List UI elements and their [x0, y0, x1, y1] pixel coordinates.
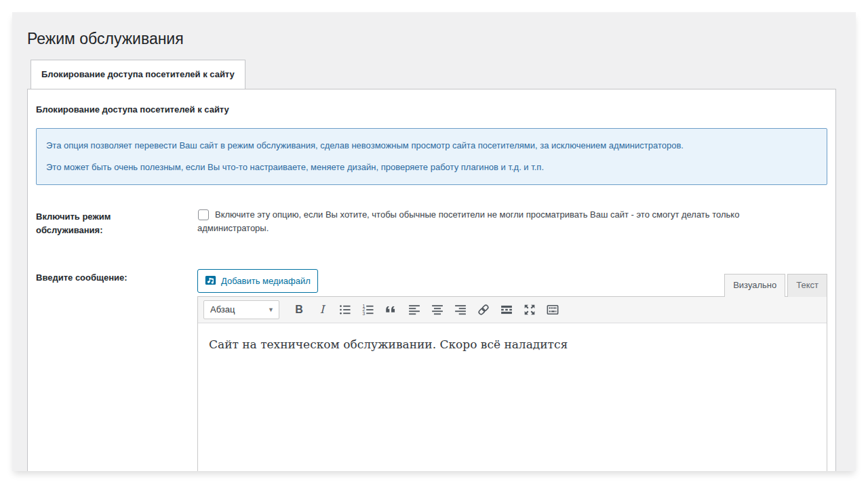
align-left-icon — [408, 304, 420, 316]
tab-block-access[interactable]: Блокирование доступа посетителей к сайту — [31, 60, 245, 89]
editor-content[interactable]: Сайт на техническом обслуживании. Скоро … — [198, 323, 827, 471]
enable-maintenance-row: Включить режим обслуживания: Включите эт… — [36, 208, 827, 237]
enable-maintenance-option[interactable]: Включите эту опцию, если Вы хотите, чтоб… — [197, 208, 782, 235]
align-left-button[interactable] — [404, 300, 425, 319]
align-right-icon — [454, 304, 467, 316]
chevron-down-icon: ▼ — [268, 306, 274, 313]
blockquote-button[interactable] — [381, 300, 401, 319]
enable-maintenance-label: Включить режим обслуживания: — [36, 208, 197, 237]
bold-button[interactable]: B — [289, 300, 309, 319]
plugin-tabs-bar: Блокирование доступа посетителей к сайту — [31, 60, 856, 89]
fullscreen-icon — [524, 304, 536, 316]
editor-top-bar: Добавить медиафайл Визуально Текст — [197, 269, 827, 296]
blockquote-icon — [385, 304, 397, 316]
toolbar-toggle-icon — [547, 304, 559, 316]
toolbar-toggle-button[interactable] — [542, 300, 563, 319]
bulleted-list-button[interactable] — [335, 300, 355, 319]
svg-text:3: 3 — [362, 311, 365, 316]
settings-panel: Блокирование доступа посетителей к сайту… — [27, 89, 836, 471]
panel-header: Блокирование доступа посетителей к сайту — [36, 104, 827, 115]
format-select[interactable]: Абзац ▼ — [203, 300, 279, 319]
align-center-icon — [431, 304, 443, 316]
numbered-list-icon: 1 2 3 — [362, 304, 374, 316]
add-media-button[interactable]: Добавить медиафайл — [197, 269, 318, 293]
wysiwyg-editor: Абзац ▼ B I — [197, 296, 827, 471]
numbered-list-button[interactable]: 1 2 3 — [358, 300, 378, 319]
maintenance-checkbox[interactable] — [198, 209, 209, 220]
message-row: Введите сообщение: — [36, 269, 827, 471]
info-paragraph-2: Это может быть очень полезным, если Вы ч… — [46, 161, 817, 174]
editor-toolbar: Абзац ▼ B I — [198, 297, 827, 323]
align-right-button[interactable] — [450, 300, 471, 319]
italic-button[interactable]: I — [312, 300, 332, 319]
add-media-label: Добавить медиафайл — [221, 277, 311, 285]
admin-content-area: Режим обслуживания Блокирование доступа … — [12, 12, 856, 471]
fullscreen-button[interactable] — [519, 300, 540, 319]
format-select-value: Абзац — [210, 304, 235, 314]
read-more-icon — [500, 304, 513, 316]
link-button[interactable] — [473, 300, 494, 319]
align-center-button[interactable] — [427, 300, 448, 319]
add-media-icon — [205, 274, 216, 287]
info-notice-box: Эта опция позволяет перевести Ваш сайт в… — [36, 128, 827, 185]
page-title: Режим обслуживания — [12, 12, 856, 49]
info-paragraph-1: Эта опция позволяет перевести Ваш сайт в… — [46, 140, 817, 152]
read-more-button[interactable] — [496, 300, 517, 319]
bulleted-list-icon — [339, 304, 351, 316]
maintenance-checkbox-description: Включите эту опцию, если Вы хотите, чтоб… — [197, 209, 739, 233]
message-label: Введите сообщение: — [36, 269, 197, 285]
tab-text[interactable]: Текст — [787, 274, 827, 297]
editor-mode-tabs: Визуально Текст — [724, 274, 827, 296]
link-icon — [477, 304, 490, 316]
tab-visual[interactable]: Визуально — [724, 274, 785, 297]
